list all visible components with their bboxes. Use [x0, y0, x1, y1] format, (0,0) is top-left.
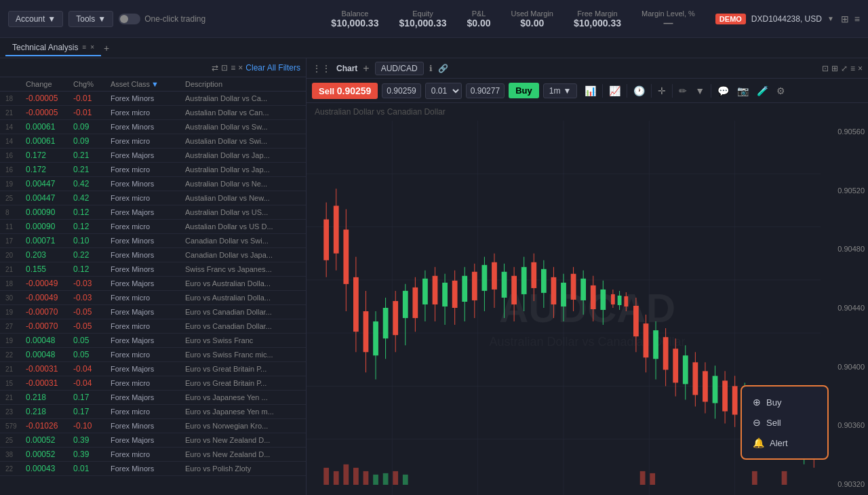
context-buy-item[interactable]: ⊕ Buy [742, 392, 827, 412]
buy-button[interactable]: Buy [509, 83, 539, 98]
svg-rect-14 [334, 205, 339, 253]
tab-add-button[interactable]: + [104, 43, 109, 54]
chart-popout-icon[interactable]: ⊡ [822, 64, 829, 73]
chart-settings-icon[interactable]: ≡ [850, 64, 855, 73]
instrument-row[interactable]: 14 0.00061 0.09 Forex micro Austalian Do… [0, 134, 306, 148]
flask-tool[interactable]: 🧪 [753, 84, 772, 98]
instrument-row[interactable]: 579 -0.01026 -0.10 Forex Minors Euro vs … [0, 419, 306, 433]
row-change: 0.172 [26, 165, 73, 174]
chart-add-button[interactable]: + [363, 62, 369, 75]
svg-rect-120 [393, 471, 398, 485]
context-alert-item[interactable]: 🔔 Alert [742, 433, 827, 453]
svg-rect-34 [433, 276, 438, 304]
svg-rect-20 [363, 311, 369, 352]
instrument-row[interactable]: 22 0.00043 0.01 Forex Minors Euro vs Pol… [0, 462, 306, 476]
instrument-row[interactable]: 21 -0.00031 -0.04 Forex Majors Euro vs G… [0, 362, 306, 376]
clear-filters-button[interactable]: Clear All Filters [245, 63, 300, 73]
row-num: 21 [5, 365, 26, 373]
instrument-row[interactable]: 23 0.218 0.17 Forex micro Euro vs Japane… [0, 405, 306, 419]
row-description: Euro vs Swiss Franc [185, 336, 300, 344]
camera-tool[interactable]: 📷 [734, 84, 752, 98]
instrument-row[interactable]: 21 0.218 0.17 Forex Majors Euro vs Japan… [0, 391, 306, 405]
svg-rect-60 [561, 283, 566, 306]
row-num: 27 [5, 323, 26, 330]
instrument-row[interactable]: 19 0.00447 0.42 Forex Minors Australian … [0, 177, 306, 191]
instrument-row[interactable]: 38 0.00052 0.39 Forex micro Euro vs New … [0, 448, 306, 462]
settings-tool[interactable]: ⚙ [773, 84, 789, 98]
indicator-tool[interactable]: 📊 [581, 84, 599, 98]
row-chg: -0.04 [73, 364, 111, 374]
layout-icon[interactable]: ⊞ [841, 14, 849, 24]
draw-tool-2[interactable]: ▼ [692, 84, 708, 98]
panel-maximize-icon[interactable]: ⊡ [221, 63, 228, 73]
chart-grid-icon[interactable]: ⊞ [831, 64, 838, 73]
instrument-row[interactable]: 16 0.172 0.21 Forex Majors Australian Do… [0, 148, 306, 163]
instrument-row[interactable]: 30 -0.00049 -0.03 Forex micro Euro vs Au… [0, 291, 306, 305]
instrument-row[interactable]: 14 0.00061 0.09 Forex Minors Australian … [0, 120, 306, 134]
one-click-toggle[interactable] [119, 14, 140, 24]
svg-rect-72 [618, 296, 622, 305]
panel-close-icon[interactable]: × [238, 63, 243, 73]
chart-close-icon[interactable]: × [858, 64, 863, 73]
svg-rect-38 [452, 281, 458, 308]
chart-area[interactable]: AUDCAD Australian Dollar vs Canadian Dol… [307, 121, 868, 495]
chart-info-icon[interactable]: ℹ [429, 64, 433, 73]
row-chg: 0.21 [73, 151, 111, 160]
row-asset-class: Forex Minors [111, 94, 185, 102]
instrument-row[interactable]: 18 -0.00005 -0.01 Forex Minors Australia… [0, 92, 306, 106]
instrument-row[interactable]: 21 -0.00005 -0.01 Forex micro Austalian … [0, 106, 306, 120]
technical-analysis-tab[interactable]: Technical Analysis ≡ × [5, 40, 101, 56]
instrument-row[interactable]: 22 0.00048 0.05 Forex micro Euro vs Swis… [0, 348, 306, 362]
instrument-row[interactable]: 19 0.00048 0.05 Forex Majors Euro vs Swi… [0, 334, 306, 348]
instrument-row[interactable]: 18 -0.00049 -0.03 Forex Majors Euro vs A… [0, 277, 306, 291]
row-asset-class: Forex Majors [111, 208, 185, 216]
row-chg: -0.01 [73, 108, 111, 117]
buy-menu-icon: ⊕ [753, 397, 761, 408]
tools-button[interactable]: Tools ▼ [68, 11, 113, 27]
row-description: Euro vs Canadian Dollar... [185, 322, 300, 330]
timeframe-selector[interactable]: 1m ▼ [543, 83, 578, 98]
separator-3 [651, 84, 652, 98]
top-bar-icons: ⊞ ≡ [841, 14, 860, 24]
row-description: Euro vs Japanese Yen ... [185, 393, 300, 401]
instrument-row[interactable]: 11 0.00090 0.12 Forex micro Austalian Do… [0, 220, 306, 234]
context-sell-item[interactable]: ⊖ Sell [742, 412, 827, 433]
instrument-row[interactable]: 27 -0.00070 -0.05 Forex micro Euro vs Ca… [0, 319, 306, 334]
tab-close-button[interactable]: × [90, 43, 94, 51]
instrument-row[interactable]: 16 0.172 0.21 Forex micro Australian Dol… [0, 163, 306, 177]
row-chg: 0.09 [73, 122, 111, 132]
instrument-row[interactable]: 19 -0.00070 -0.05 Forex Majors Euro vs C… [0, 305, 306, 319]
instrument-row[interactable]: 25 0.00447 0.42 Forex micro Austalian Do… [0, 191, 306, 205]
svg-rect-48 [502, 272, 507, 298]
chart-type-tool[interactable]: 📈 [606, 84, 624, 98]
col-change: Change [26, 80, 73, 88]
panel-settings-icon[interactable]: ≡ [231, 63, 235, 73]
comment-tool[interactable]: 💬 [714, 84, 732, 98]
instrument-row[interactable]: 8 0.00090 0.12 Forex Majors Australian D… [0, 205, 306, 220]
time-tool[interactable]: 🕐 [630, 84, 648, 98]
cursor-tool[interactable]: ✛ [654, 84, 669, 98]
instrument-row[interactable]: 20 0.203 0.22 Forex Minors Canadian Doll… [0, 248, 306, 262]
row-asset-class: Forex micro [111, 408, 185, 416]
instrument-row[interactable]: 17 0.00071 0.10 Forex Minors Canadian Do… [0, 234, 306, 248]
used-margin-metric: Used Margin $0.00 [511, 9, 553, 28]
row-num: 23 [5, 408, 26, 416]
sell-button[interactable]: Sell 0.90259 [312, 83, 378, 99]
draw-tool[interactable]: ✏ [675, 84, 690, 98]
menu-icon[interactable]: ≡ [854, 14, 860, 24]
svg-rect-94 [722, 380, 728, 411]
row-change: 0.00447 [26, 179, 73, 189]
instrument-row[interactable]: 21 0.155 0.12 Forex Minors Swiss Franc v… [0, 262, 306, 277]
row-chg: 0.39 [73, 450, 111, 459]
symbol-selector[interactable]: AUD/CAD [375, 62, 424, 75]
account-button[interactable]: Account ▼ [8, 11, 63, 27]
quantity-select[interactable]: 0.01 [425, 83, 462, 99]
row-num: 25 [5, 437, 26, 444]
instrument-row[interactable]: 25 0.00052 0.39 Forex Majors Euro vs New… [0, 433, 306, 448]
chart-link-icon[interactable]: 🔗 [438, 64, 448, 73]
instrument-row[interactable]: 15 -0.00031 -0.04 Forex micro Euro vs Gr… [0, 376, 306, 391]
svg-rect-66 [591, 285, 596, 309]
svg-rect-124 [752, 471, 757, 485]
panel-expand-icon[interactable]: ⇄ [212, 63, 218, 73]
chart-maximize-icon[interactable]: ⤢ [841, 64, 848, 73]
